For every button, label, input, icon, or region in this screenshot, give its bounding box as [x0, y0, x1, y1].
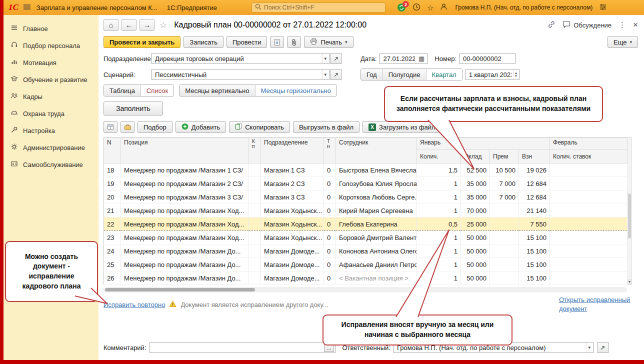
print-button[interactable]: Печать ▾	[304, 36, 353, 48]
callout-text: Можно создать документ - исправление кад…	[12, 252, 91, 291]
history-icon[interactable]	[412, 3, 420, 12]
sidebar-item-administration[interactable]: Администрирование	[4, 139, 98, 156]
search-input[interactable]	[264, 4, 374, 11]
period-year-button[interactable]: Год	[361, 69, 382, 80]
comment-field[interactable]: ...	[150, 342, 336, 353]
scenario-combo[interactable]: Пессимистичный ▾	[152, 69, 330, 80]
favorite-star-icon[interactable]: ☆	[160, 20, 167, 30]
kebab-menu-icon[interactable]: ⋮	[618, 20, 626, 30]
write-button[interactable]: Записать	[184, 36, 224, 48]
post-button[interactable]: Провести	[226, 36, 268, 48]
user-icon[interactable]	[440, 3, 448, 12]
sidebar-item-training[interactable]: Обучение и развитие	[4, 71, 98, 88]
1c-logo: 1С	[8, 2, 18, 12]
sidebar-item-motivation[interactable]: Мотивация	[4, 54, 98, 71]
copy-row-button[interactable]: Скопировать	[229, 121, 290, 133]
open-corrected-link[interactable]: Открыть исправленный документ	[559, 296, 638, 313]
link-icon[interactable]	[548, 20, 556, 30]
more-button[interactable]: Еще ▾	[608, 36, 638, 48]
view-list-button[interactable]: Список	[140, 85, 174, 96]
col-header-contrib: Взн	[519, 150, 550, 164]
calendar-icon[interactable]: ▦	[417, 55, 426, 62]
table-row[interactable]: 20Менеджер по продажам /Магазин 3 СЗ/Маг…	[104, 190, 628, 204]
vertical-scrollbar[interactable]: ▼	[628, 137, 632, 285]
list-settings-button[interactable]	[104, 121, 118, 133]
table-row-selected[interactable]: 22Менеджер по продажам /Магазин Ход...Ма…	[104, 218, 628, 231]
number-field[interactable]: 00-00000002	[460, 53, 516, 64]
close-icon[interactable]: ×	[633, 20, 638, 30]
discussion-label: Обсуждение	[574, 22, 612, 29]
global-search[interactable]	[252, 2, 386, 12]
col-header-kp: К п	[249, 138, 261, 164]
col-header-n: N	[104, 138, 121, 164]
view-table-button[interactable]: Таблица	[104, 85, 140, 96]
scenario-value: Пессимистичный	[155, 71, 206, 78]
responsible-open-button[interactable]	[598, 342, 608, 353]
period-value: 1 квартал 2022	[469, 71, 512, 78]
horizontal-scrollbar-thumb[interactable]	[105, 288, 255, 292]
table-row[interactable]: 19Менеджер по продажам /Магазин 2 СЗ/Маг…	[104, 177, 628, 190]
excel-icon: X	[368, 124, 376, 131]
attachments-button[interactable]	[287, 36, 301, 48]
fix-again-link[interactable]: Исправить повторно	[104, 301, 165, 308]
export-file-button[interactable]: Выгрузить в файл	[293, 121, 360, 133]
pick-button[interactable]: Подбор	[138, 121, 172, 133]
document-form: ⌂ ← → ☆ Кадровый план 00-00000002 от 27.…	[98, 15, 644, 360]
discussion-button[interactable]: Обсуждение	[562, 21, 612, 30]
table-row[interactable]: 26Менеджер по продажам /Магазин До...Маг…	[104, 272, 628, 285]
report-structure-button[interactable]	[270, 36, 284, 48]
back-button[interactable]: ←	[122, 19, 136, 31]
dropdown-icon[interactable]: ▾	[322, 70, 328, 80]
sidebar-item-main[interactable]: Главное	[4, 20, 98, 37]
import-file-button[interactable]: X Загрузить из файла	[362, 121, 445, 133]
period-value-field[interactable]: 1 квартал 2022 ▴ ▾	[466, 69, 520, 80]
table-row[interactable]: 24Менеджер по продажам /Магазин До...Маг…	[104, 244, 628, 258]
comment-input[interactable]	[153, 344, 322, 352]
favorites-icon[interactable]: ☆	[427, 4, 434, 12]
date-field[interactable]: 27.01.2022 ▦	[380, 53, 428, 64]
department-combo[interactable]: Дирекция торговых операций ▾	[152, 53, 330, 64]
spinner[interactable]: ▴ ▾	[514, 70, 518, 80]
service-menu-icon[interactable]	[599, 3, 607, 12]
period-quarter-button[interactable]: Квартал	[426, 69, 462, 80]
department-open-button[interactable]	[330, 53, 342, 64]
scenario-open-button[interactable]	[330, 69, 342, 80]
discussions-notifications-icon[interactable]: 2	[397, 3, 406, 12]
table-row[interactable]: 23Менеджер по продажам /Магазин Ход...Ма…	[104, 231, 628, 244]
months-vertical-button[interactable]: Месяцы вертикально	[180, 85, 254, 96]
months-horizontal-button[interactable]: Месяцы горизонтально	[255, 85, 336, 96]
current-user-label[interactable]: Громова Н.П. (Нач. отд. по работе с перс…	[455, 4, 592, 11]
sidebar-item-label: Обучение и развитие	[23, 76, 88, 84]
add-row-label: Добавить	[192, 124, 220, 131]
main-menu-icon[interactable]	[23, 4, 31, 12]
forward-button[interactable]: →	[140, 19, 154, 31]
correction-note: Документ является исправлением другого д…	[180, 301, 328, 308]
table-row[interactable]: 18Менеджер по продажам /Магазин 1 СЗ/Маг…	[104, 164, 628, 177]
add-row-button[interactable]: Добавить	[176, 121, 226, 133]
table-row[interactable]: 25Менеджер по продажам /Магазин До...Маг…	[104, 258, 628, 272]
app-window: 1С Зарплата и управление персоналом К...…	[0, 0, 644, 364]
svg-text:!: !	[172, 302, 174, 307]
positions-folder-button[interactable]	[120, 121, 134, 133]
sidebar-item-settings[interactable]: Настройка	[4, 122, 98, 139]
spin-down-icon[interactable]: ▾	[515, 74, 517, 78]
dropdown-icon[interactable]: ▾	[586, 342, 592, 352]
scroll-down-icon[interactable]: ▼	[628, 279, 632, 284]
callout-manual-corrections: Исправления вносят вручную за месяц или …	[322, 314, 512, 346]
sidebar-item-hr[interactable]: Кадры	[4, 88, 98, 105]
window-frame-bottom	[0, 360, 644, 364]
vertical-scrollbar-thumb[interactable]	[628, 194, 631, 238]
home-button[interactable]: ⌂	[104, 19, 118, 31]
graduation-icon	[10, 75, 18, 84]
post-and-close-button[interactable]: Провести и закрыть	[104, 36, 180, 48]
sidebar-item-recruiting[interactable]: Подбор персонала	[4, 37, 98, 54]
badge-card-icon	[10, 160, 18, 169]
page-title: Кадровый план 00-00000002 от 27.01.2022 …	[174, 20, 366, 30]
table-row[interactable]: 21Менеджер по продажам /Магазин Ход...Ма…	[104, 204, 628, 218]
sidebar-item-labor-safety[interactable]: Охрана труда	[4, 105, 98, 122]
sidebar-item-self-service[interactable]: Самообслуживание	[4, 156, 98, 173]
horizontal-scrollbar[interactable]	[104, 287, 627, 292]
fill-button[interactable]: Заполнить	[104, 102, 163, 116]
period-halfyear-button[interactable]: Полугодие	[382, 69, 426, 80]
dropdown-icon[interactable]: ▾	[322, 54, 328, 64]
